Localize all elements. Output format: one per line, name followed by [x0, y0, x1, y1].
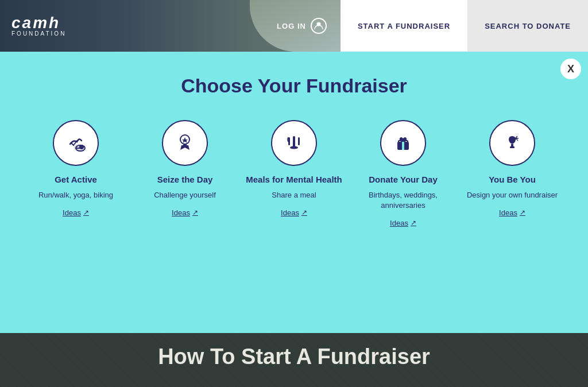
you-be-you-desc: Design your own fundraiser [467, 190, 558, 200]
svg-rect-6 [183, 144, 187, 145]
start-fundraiser-nav-button[interactable]: START A FUNDRAISER [341, 0, 467, 52]
fundraiser-options-list: Get Active Run/walk, yoga, biking Ideas … [23, 120, 565, 227]
you-be-you-icon [489, 120, 535, 166]
svg-rect-10 [298, 137, 300, 145]
svg-point-16 [515, 137, 517, 140]
donate-your-day-desc: Birthdays, weddings, anniversaries [354, 190, 452, 211]
svg-rect-15 [510, 146, 514, 148]
donate-your-day-title: Donate Your Day [369, 174, 437, 185]
modal-close-button[interactable]: X [560, 59, 581, 79]
svg-rect-7 [293, 136, 295, 148]
seize-the-day-desc: Challenge yourself [154, 190, 216, 200]
logo: camh FOUNDATION [11, 15, 66, 37]
you-be-you-ideas-link[interactable]: Ideas [499, 208, 525, 217]
get-active-icon [53, 120, 99, 166]
seize-the-day-title: Seize the Day [157, 174, 213, 185]
seize-the-day-ideas-link[interactable]: Ideas [172, 208, 198, 217]
donate-your-day-ideas-link[interactable]: Ideas [390, 219, 416, 227]
option-get-active[interactable]: Get Active Run/walk, yoga, biking Ideas [27, 120, 125, 227]
modal-title: Choose Your Fundraiser [181, 75, 407, 97]
user-icon [311, 18, 327, 34]
login-label: LOG IN [277, 22, 306, 30]
option-donate-your-day[interactable]: Donate Your Day Birthdays, weddings, ann… [354, 120, 452, 227]
svg-rect-13 [402, 142, 404, 150]
svg-rect-14 [511, 144, 513, 146]
meals-mental-health-desc: Share a meal [272, 190, 316, 200]
get-active-ideas-link[interactable]: Ideas [63, 208, 89, 217]
logo-sub: FOUNDATION [11, 31, 66, 37]
meals-mental-health-icon [271, 120, 317, 166]
login-button[interactable]: LOG IN [263, 0, 341, 52]
how-to-section: How To Start A Fundraiser [0, 327, 588, 387]
how-to-title: How To Start A Fundraiser [158, 345, 430, 369]
meals-mental-health-title: Meals for Mental Health [246, 174, 342, 185]
meals-mental-health-ideas-link[interactable]: Ideas [281, 208, 307, 217]
get-active-title: Get Active [55, 174, 97, 185]
get-active-desc: Run/walk, yoga, biking [38, 190, 113, 200]
seize-the-day-icon [162, 120, 208, 166]
search-to-donate-nav-button[interactable]: SEARCH TO DONATE [467, 0, 588, 52]
svg-point-8 [290, 146, 298, 149]
svg-marker-5 [182, 137, 188, 143]
svg-rect-9 [288, 137, 290, 145]
you-be-you-title: You Be You [489, 174, 536, 185]
option-you-be-you[interactable]: You Be You Design your own fundraiser Id… [463, 120, 561, 227]
logo-main: camh [11, 15, 66, 31]
svg-point-3 [79, 145, 84, 149]
choose-fundraiser-modal: X Choose Your Fundraiser Get Active [0, 52, 588, 333]
option-seize-the-day[interactable]: Seize the Day Challenge yourself Ideas [136, 120, 234, 227]
donate-your-day-icon [380, 120, 426, 166]
option-meals-mental-health[interactable]: Meals for Mental Health Share a meal Ide… [245, 120, 343, 227]
